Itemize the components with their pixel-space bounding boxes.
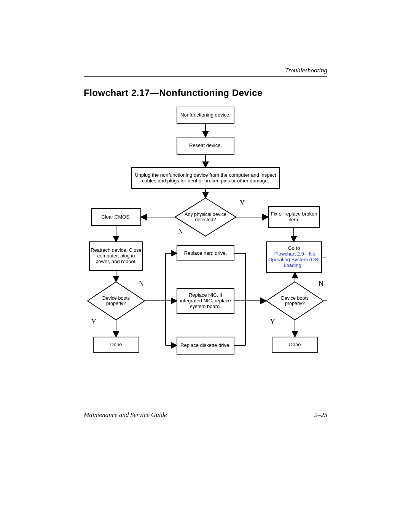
node-replace-diskette: Replace diskette drive. [177, 337, 234, 354]
goto-link[interactable]: “Flowchart 2.9—No Operat­ing System (OS)… [268, 251, 320, 268]
node-reseat: Reseat device. [177, 137, 234, 154]
node-goto: Go to “Flowchart 2.9—No Operat­ing Syste… [268, 243, 320, 272]
label-n-boots-right: N [319, 280, 326, 288]
label-y-boots-right: Y [270, 318, 278, 326]
flowchart: Nonfunctioning device. Reseat device. Un… [84, 107, 327, 396]
node-replace-nic: Replace NIC. If integrated NIC, replace … [178, 289, 233, 313]
node-boots-right: Device boots properly? [276, 291, 314, 310]
goto-prefix: Go to [288, 245, 300, 251]
label-y-physical: Y [240, 199, 247, 207]
node-reattach: Reattach device. Close computer, plug in… [91, 243, 142, 270]
node-clear-cmos: Clear CMOS. [91, 209, 141, 225]
node-replace-hd: Replace hard drive. [177, 246, 234, 261]
label-y-boots-left: Y [91, 318, 99, 326]
flowchart-title: Flowchart 2.17—Nonfunctioning Device [84, 88, 263, 98]
header-section: Troubleshooting [285, 67, 327, 74]
label-n-physical: N [178, 228, 186, 236]
node-done-left: Done [93, 337, 139, 352]
page: Troubleshooting Flowchart 2.17—Nonfuncti… [0, 0, 411, 532]
node-physical-decision: Any physical device detected? [181, 206, 230, 228]
node-fix-replace: Fix or replace broken item. [268, 206, 320, 228]
label-n-boots-left: N [139, 280, 147, 288]
footer-left: Maintenance and Service Guide [84, 411, 167, 419]
page-number: 2–25 [314, 411, 327, 419]
node-boots-left: Device boots properly? [97, 291, 135, 310]
node-start: Nonfunctioning device. [177, 107, 234, 124]
node-unplug: Unplug the nonfunctioning device from th… [133, 168, 278, 189]
header-rule [84, 76, 327, 77]
node-done-right: Done [272, 337, 318, 352]
footer-rule [84, 408, 327, 408]
